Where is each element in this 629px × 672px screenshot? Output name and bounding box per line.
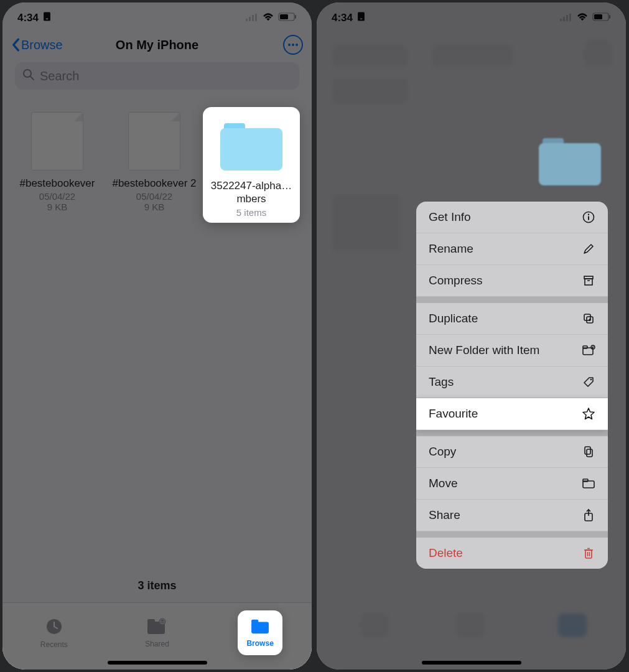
screenshot-right: 4:34 Get Info	[317, 2, 626, 670]
tab-recents[interactable]: Recents	[17, 610, 91, 655]
svg-rect-34	[585, 279, 592, 285]
more-button[interactable]	[283, 35, 303, 55]
folder-item-selected[interactable]: 3522247-alpha…mbers 5 items	[203, 107, 300, 223]
rotation-lock-icon	[356, 11, 366, 25]
status-time: 4:34	[332, 12, 353, 24]
folder-icon	[249, 618, 271, 637]
item-count: 3 items	[2, 579, 312, 592]
svg-line-13	[30, 77, 34, 80]
svg-rect-2	[246, 19, 248, 21]
signal-icon	[560, 12, 572, 24]
menu-compress[interactable]: Compress	[416, 265, 608, 297]
menu-tags[interactable]: Tags	[416, 366, 608, 398]
svg-point-32	[588, 214, 589, 215]
tag-icon	[582, 375, 595, 389]
home-indicator[interactable]	[108, 661, 207, 665]
folder-icon	[220, 123, 282, 170]
search-input[interactable]: Search	[15, 62, 299, 90]
file-name: #bestebookever 2	[111, 177, 198, 190]
rotation-lock-icon	[42, 11, 52, 25]
shared-folder-icon	[146, 618, 167, 637]
svg-point-12	[24, 70, 31, 77]
svg-rect-1	[46, 19, 48, 20]
svg-rect-19	[251, 622, 269, 633]
menu-delete[interactable]: Delete	[416, 538, 608, 569]
svg-point-11	[296, 44, 298, 46]
file-size: 9 KB	[111, 202, 198, 212]
trash-icon	[582, 546, 595, 560]
svg-rect-29	[609, 15, 610, 19]
folder-meta: 5 items	[208, 207, 295, 218]
search-icon	[22, 68, 35, 84]
svg-point-45	[590, 379, 592, 381]
svg-rect-21	[358, 12, 365, 21]
svg-rect-8	[295, 15, 296, 19]
file-doc-icon	[128, 112, 180, 170]
folder-icon	[539, 138, 601, 185]
menu-get-info[interactable]: Get Info	[416, 202, 608, 233]
home-indicator[interactable]	[422, 661, 521, 665]
status-time: 4:34	[17, 12, 39, 24]
context-menu: Get Info Rename Compress Duplicate New	[416, 202, 608, 569]
file-item[interactable]: #bestebookever 05/04/22 9 KB	[9, 107, 106, 223]
svg-rect-41	[583, 346, 587, 348]
search-placeholder: Search	[40, 69, 79, 83]
menu-new-folder[interactable]: New Folder with Item	[416, 335, 608, 366]
back-button[interactable]: Browse	[11, 38, 63, 52]
menu-copy[interactable]: Copy	[416, 436, 608, 468]
svg-rect-4	[252, 15, 254, 21]
svg-rect-52	[585, 550, 592, 558]
copy-icon	[582, 445, 595, 459]
info-icon	[582, 210, 595, 224]
menu-share[interactable]: Share	[416, 500, 608, 531]
svg-rect-49	[583, 479, 588, 482]
tab-shared[interactable]: Shared	[119, 610, 194, 655]
svg-rect-5	[255, 14, 257, 21]
svg-rect-25	[566, 15, 568, 21]
tab-browse[interactable]: Browse	[223, 610, 297, 655]
svg-rect-3	[249, 17, 251, 21]
battery-icon	[278, 12, 297, 24]
menu-favourite[interactable]: Favourite	[416, 398, 608, 430]
star-icon	[582, 407, 595, 421]
svg-rect-26	[569, 14, 571, 21]
folder-name: 3522247-alpha…mbers	[208, 179, 295, 206]
file-date: 05/04/22	[14, 191, 101, 202]
svg-rect-23	[560, 19, 562, 21]
svg-rect-16	[147, 619, 155, 623]
file-item[interactable]: #bestebookever 2 05/04/22 9 KB	[106, 107, 203, 223]
back-label: Browse	[21, 38, 63, 52]
duplicate-icon	[582, 312, 595, 325]
signal-icon	[246, 12, 258, 24]
menu-duplicate[interactable]: Duplicate	[416, 303, 608, 335]
svg-point-18	[162, 620, 164, 622]
selected-folder-preview	[529, 127, 610, 194]
battery-icon	[592, 12, 611, 24]
svg-rect-31	[588, 217, 589, 220]
menu-rename[interactable]: Rename	[416, 233, 608, 265]
file-doc-icon	[31, 112, 83, 170]
svg-point-10	[292, 44, 294, 46]
wifi-icon	[576, 12, 589, 24]
share-icon	[582, 508, 595, 522]
svg-point-9	[288, 44, 291, 46]
menu-move[interactable]: Move	[416, 468, 608, 500]
new-folder-icon	[582, 343, 595, 357]
svg-rect-22	[360, 19, 362, 20]
file-size: 9 KB	[14, 202, 101, 212]
status-bar: 4:34	[2, 2, 312, 30]
wifi-icon	[262, 12, 274, 24]
archive-icon	[582, 274, 595, 287]
screenshot-left: 4:34 Browse On My iPhone	[2, 2, 312, 670]
svg-rect-46	[585, 447, 590, 454]
file-grid: #bestebookever 05/04/22 9 KB #bestebooke…	[2, 95, 312, 223]
move-folder-icon	[582, 477, 595, 490]
file-date: 05/04/22	[111, 191, 198, 202]
pencil-icon	[582, 242, 595, 256]
file-name: #bestebookever	[14, 177, 101, 190]
svg-rect-24	[563, 17, 565, 21]
svg-rect-47	[587, 449, 592, 457]
nav-bar: Browse On My iPhone	[2, 30, 312, 60]
clock-icon	[45, 617, 63, 638]
svg-rect-20	[251, 619, 258, 623]
